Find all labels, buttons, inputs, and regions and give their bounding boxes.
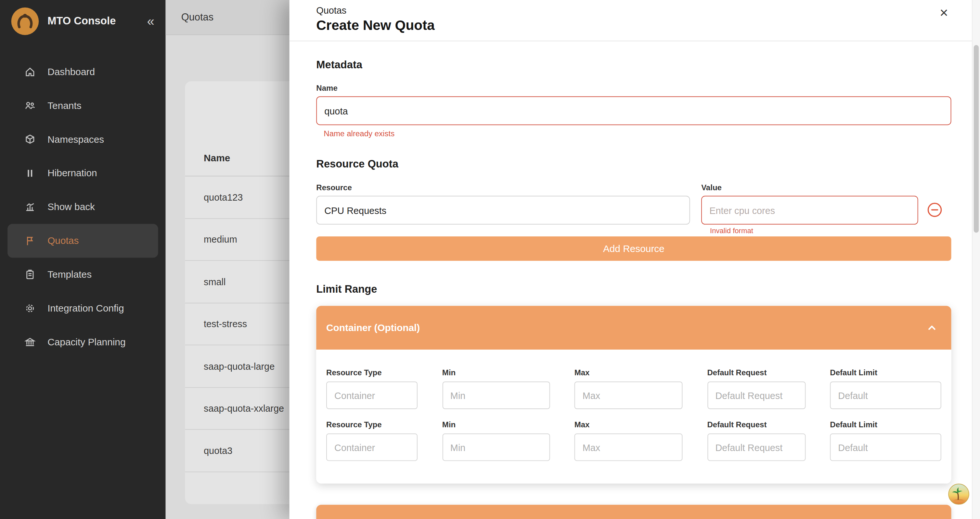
pause-icon (24, 167, 36, 179)
drawer-header: Quotas Create New Quota × (290, 0, 980, 41)
sidebar-item-quotas[interactable]: Quotas (8, 224, 158, 258)
resource-type-label: Resource Type (326, 369, 418, 377)
resource-select[interactable] (316, 196, 690, 224)
drawer-body: Metadata Name Name already exists Resour… (290, 41, 980, 519)
resource-type-input[interactable] (326, 433, 418, 461)
resource-quota-heading: Resource Quota (316, 158, 951, 171)
sidebar-item-hibernation[interactable]: Hibernation (0, 156, 166, 190)
close-icon[interactable]: × (936, 5, 952, 21)
sidebar-item-label: Templates (48, 269, 92, 280)
app-title: MTO Console (48, 15, 142, 27)
sidebar-item-label: Integration Config (48, 303, 124, 314)
sidebar: MTO Console « Dashboard Tenants Namespac… (0, 0, 166, 519)
sidebar-item-dashboard[interactable]: Dashboard (0, 55, 166, 89)
sidebar-item-label: Hibernation (48, 168, 97, 179)
sidebar-item-label: Tenants (48, 100, 81, 112)
metadata-heading: Metadata (316, 59, 951, 71)
default-request-label: Default Request (707, 420, 805, 429)
sidebar-item-namespaces[interactable]: Namespaces (0, 123, 166, 156)
min-label: Min (442, 369, 550, 377)
min-label: Min (442, 420, 550, 429)
sidebar-item-integration-config[interactable]: Integration Config (0, 291, 166, 325)
min-input[interactable] (442, 433, 550, 461)
resource-type-label: Resource Type (326, 420, 418, 429)
value-error-text: Invalid format (701, 227, 918, 235)
sidebar-item-label: Dashboard (48, 66, 95, 78)
max-label: Max (574, 420, 682, 429)
home-icon (24, 66, 36, 78)
remove-resource-button[interactable] (927, 202, 943, 217)
name-label: Name (316, 84, 951, 93)
limit-range-row: Resource Type Min Max Default Reque (326, 369, 941, 409)
bank-icon (24, 336, 36, 348)
cube-icon (24, 133, 36, 146)
drawer-title: Create New Quota (316, 18, 953, 34)
max-input[interactable] (574, 382, 682, 409)
default-request-label: Default Request (707, 369, 805, 377)
default-limit-input[interactable] (830, 433, 941, 461)
scrollbar-thumb[interactable] (974, 45, 979, 233)
drawer-breadcrumb: Quotas (316, 5, 953, 16)
name-error-text: Name already exists (316, 129, 951, 138)
drawer-scrollbar[interactable] (972, 0, 980, 519)
mto-logo-icon (11, 8, 39, 35)
default-limit-input[interactable] (830, 382, 941, 409)
users-icon (24, 99, 36, 112)
default-limit-label: Default Limit (830, 420, 941, 429)
resource-quota-row: Resource Value Invalid format (316, 171, 951, 235)
container-section-title: Container (Optional) (326, 322, 420, 334)
sidebar-item-label: Show back (48, 201, 95, 213)
min-input[interactable] (442, 382, 550, 409)
limit-range-row: Resource Type Min Max Default Reque (326, 420, 941, 461)
sidebar-item-label: Capacity Planning (48, 337, 126, 348)
create-quota-drawer: Quotas Create New Quota × Metadata Name … (290, 0, 980, 519)
resource-type-input[interactable] (326, 382, 418, 409)
max-label: Max (574, 369, 682, 377)
minus-circle-icon (927, 202, 943, 217)
resource-label: Resource (316, 184, 690, 192)
flag-icon (24, 235, 36, 247)
default-request-input[interactable] (707, 433, 805, 461)
sidebar-nav: Dashboard Tenants Namespaces Hibernation… (0, 55, 166, 359)
chevron-up-icon[interactable] (926, 322, 938, 334)
app-root: MTO Console « Dashboard Tenants Namespac… (0, 0, 980, 519)
container-limit-range-section: Container (Optional) Resource Type Min (316, 306, 951, 484)
add-resource-button[interactable]: Add Resource (316, 236, 951, 261)
chart-icon (24, 201, 36, 213)
sidebar-collapse-button[interactable]: « (142, 14, 159, 29)
palm-tree-icon (948, 484, 969, 505)
container-section-header[interactable]: Container (Optional) (316, 306, 951, 350)
default-request-input[interactable] (707, 382, 805, 409)
value-label: Value (701, 184, 918, 192)
sidebar-item-capacity-planning[interactable]: Capacity Planning (0, 325, 166, 359)
container-section-body: Resource Type Min Max Default Reque (316, 350, 951, 484)
limit-range-heading: Limit Range (316, 283, 951, 295)
sidebar-item-label: Quotas (48, 235, 79, 246)
sidebar-item-label: Namespaces (48, 134, 104, 145)
gear-icon (24, 302, 36, 315)
sidebar-item-show-back[interactable]: Show back (0, 190, 166, 224)
tab-quotas[interactable]: Quotas (181, 12, 213, 23)
name-input[interactable] (316, 96, 951, 125)
sidebar-item-templates[interactable]: Templates (0, 257, 166, 291)
sidebar-item-tenants[interactable]: Tenants (0, 89, 166, 123)
value-input[interactable] (701, 196, 918, 224)
default-limit-label: Default Limit (830, 369, 941, 377)
brand: MTO Console « (0, 0, 166, 43)
max-input[interactable] (574, 433, 682, 461)
clipboard-icon (24, 268, 36, 281)
pod-section-header[interactable]: Pod (Optional) (316, 505, 951, 519)
